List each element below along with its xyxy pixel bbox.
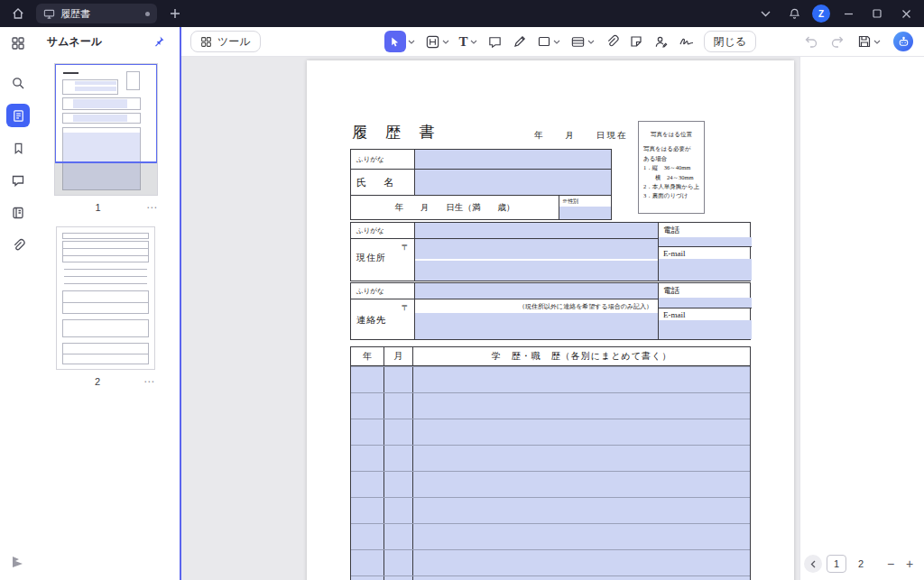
history-month-header: 月	[384, 347, 413, 365]
attachments-button[interactable]	[6, 234, 30, 257]
apps-grid-button[interactable]	[6, 32, 30, 55]
form-field-contact-furigana[interactable]	[414, 283, 658, 299]
ai-assistant-button[interactable]	[893, 32, 913, 51]
form-field-gender[interactable]	[559, 207, 611, 219]
thumbnail-panel-header: サムネール	[36, 27, 180, 56]
previous-page-button[interactable]	[804, 555, 822, 573]
history-row[interactable]	[351, 549, 750, 575]
bookmarks-button[interactable]	[6, 136, 30, 160]
page-2-thumbnail[interactable]	[56, 226, 155, 370]
ai-robot-icon	[898, 36, 910, 48]
tools-menu-button[interactable]: ツール	[190, 31, 261, 52]
unsaved-indicator	[145, 12, 150, 16]
page-2-button[interactable]: 2	[851, 555, 871, 573]
page-2-caption: 2 ⋯	[56, 375, 155, 388]
sign-tool-button[interactable]	[652, 31, 670, 52]
chevron-down-icon	[587, 40, 595, 44]
stamp-tool-button[interactable]	[628, 31, 644, 52]
history-row[interactable]	[351, 471, 750, 497]
menu-chevron-button[interactable]	[754, 3, 776, 24]
select-tool-button[interactable]	[383, 31, 416, 52]
form-field-name[interactable]	[414, 170, 611, 195]
center-tools: T	[383, 31, 757, 52]
signature-icon	[679, 34, 695, 49]
form-field-phone-2[interactable]	[659, 298, 752, 308]
page-1-button[interactable]: 1	[827, 555, 846, 573]
plus-icon	[170, 8, 180, 19]
address-label: 現住所	[356, 252, 386, 264]
close-mode-button[interactable]: 閉じる	[704, 31, 757, 52]
contact-label: 連絡先	[356, 314, 386, 327]
history-row[interactable]	[351, 392, 750, 419]
comment-tool-button[interactable]	[486, 31, 504, 52]
pages-icon	[12, 109, 25, 123]
page-1-thumbnail[interactable]	[54, 63, 158, 196]
form-field-email-2[interactable]	[659, 320, 752, 339]
attachment-tool-button[interactable]	[604, 31, 620, 52]
right-tools	[804, 31, 915, 52]
form-field-phone-1[interactable]	[659, 237, 752, 246]
comments-button[interactable]	[6, 169, 30, 192]
tab-title: 履歴書	[60, 7, 90, 21]
pdfelement-logo-icon	[9, 553, 27, 571]
pen-tool-button[interactable]	[512, 31, 528, 52]
history-row[interactable]	[351, 497, 750, 523]
form-field-name-furigana[interactable]	[414, 150, 611, 169]
photo-note-line: 写真をはる必要が	[639, 144, 704, 153]
zoom-out-button[interactable]: −	[883, 557, 898, 571]
app-logo	[9, 553, 27, 571]
document-canvas[interactable]: 履 歴 書 年 月 日現在 写真をはる位置 写真をはる必要が ある場合 1．縦 …	[181, 57, 799, 580]
form-field-email-1[interactable]	[659, 259, 752, 281]
search-icon	[11, 76, 25, 90]
photo-note-line: 1．縦 36～40mm	[639, 163, 704, 172]
resume-date-note: 年 月 日現在	[534, 130, 628, 142]
history-row[interactable]	[351, 366, 750, 392]
redo-button[interactable]	[830, 35, 845, 48]
text-tool-button[interactable]: T	[458, 31, 478, 52]
zoom-in-button[interactable]: +	[902, 557, 917, 571]
form-field-address-2[interactable]	[415, 261, 658, 281]
page-1-more-button[interactable]: ⋯	[142, 201, 158, 214]
edit-tool-button[interactable]	[424, 31, 450, 52]
annotations-button[interactable]	[6, 201, 30, 225]
close-icon	[901, 9, 911, 19]
bookmark-icon	[12, 142, 25, 155]
redo-icon	[830, 35, 845, 48]
form-field-address-1[interactable]	[415, 239, 658, 259]
minimize-button[interactable]	[837, 3, 859, 24]
home-button[interactable]	[7, 3, 29, 24]
history-row[interactable]	[351, 445, 750, 471]
undo-button[interactable]	[804, 35, 818, 48]
avatar-initial: Z	[818, 9, 824, 19]
maximize-button[interactable]	[866, 3, 888, 24]
save-button[interactable]	[856, 31, 882, 52]
new-tab-button[interactable]	[164, 3, 186, 24]
signature-tool-button[interactable]	[678, 31, 696, 52]
phone-label: 電話	[659, 223, 752, 237]
chevron-down-icon	[873, 40, 881, 44]
history-row[interactable]	[351, 419, 750, 445]
chevron-down-icon	[442, 40, 449, 44]
pin-panel-button[interactable]	[149, 32, 169, 51]
history-row[interactable]	[351, 575, 750, 580]
postal-mark: 〒	[402, 302, 410, 314]
form-tool-button[interactable]	[569, 31, 596, 52]
thumbnails-panel-button[interactable]	[6, 104, 30, 127]
save-icon	[857, 34, 872, 49]
mini-table	[62, 241, 149, 262]
page-2-more-button[interactable]: ⋯	[139, 375, 155, 388]
resume-title: 履 歴 書	[352, 122, 442, 143]
notifications-button[interactable]	[783, 3, 805, 24]
shape-tool-button[interactable]	[536, 31, 561, 52]
history-header: 年 月 学 歴・職 歴（各別にまとめて書く）	[351, 347, 750, 366]
document-tab[interactable]: 履歴書	[36, 4, 157, 23]
thumbnail-panel: サムネール	[36, 27, 180, 580]
search-button[interactable]	[6, 71, 30, 95]
form-field-address-furigana[interactable]	[414, 223, 658, 238]
close-window-button[interactable]	[895, 3, 917, 24]
user-avatar[interactable]: Z	[812, 5, 830, 23]
speech-bubble-icon	[487, 34, 503, 50]
form-fields-icon	[570, 34, 586, 50]
history-row[interactable]	[351, 523, 750, 549]
form-field-contact-address[interactable]	[415, 313, 658, 339]
